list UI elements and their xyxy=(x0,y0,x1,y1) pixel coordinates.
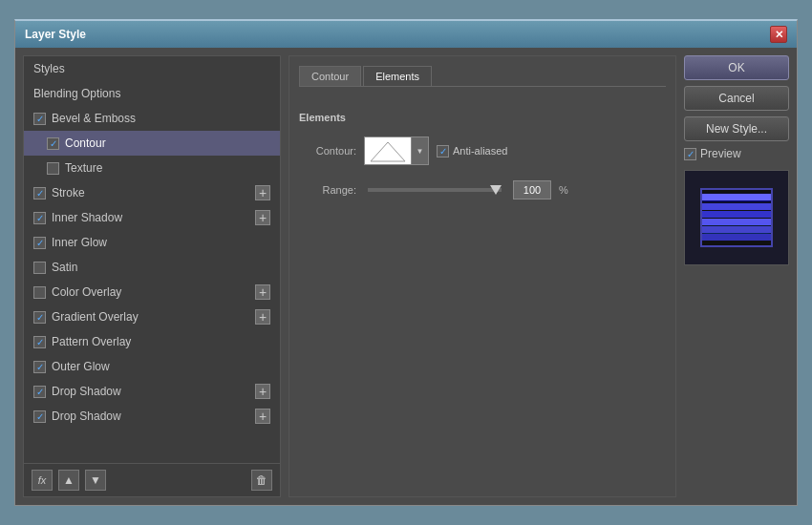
tab-row: Contour Elements xyxy=(299,66,666,87)
preview-label: Preview xyxy=(700,147,741,160)
sidebar-item-satin[interactable]: Satin xyxy=(24,255,280,280)
left-panel: Styles Blending Options Bevel & Emboss C… xyxy=(23,55,281,497)
anti-aliased-checkbox[interactable] xyxy=(437,145,449,158)
contour-svg xyxy=(369,138,407,163)
sidebar-item-pattern-overlay[interactable]: Pattern Overlay xyxy=(24,329,280,354)
range-input[interactable] xyxy=(513,180,551,200)
dialog-title: Layer Style xyxy=(25,28,86,41)
sidebar-item-inner-shadow[interactable]: Inner Shadow + xyxy=(24,205,280,230)
gradient-overlay-label: Gradient Overlay xyxy=(52,310,139,324)
layer-style-dialog: Layer Style ✕ Styles Blending Options Be… xyxy=(14,19,798,506)
ok-button[interactable]: OK xyxy=(684,55,789,80)
contour-dropdown[interactable]: ▼ xyxy=(364,136,429,165)
stroke-label: Stroke xyxy=(52,186,85,200)
contour-field-label: Contour: xyxy=(299,145,356,157)
preview-box xyxy=(684,170,789,265)
sidebar-item-drop-shadow-1[interactable]: Drop Shadow + xyxy=(24,379,280,404)
sidebar-item-color-overlay[interactable]: Color Overlay + xyxy=(24,280,280,304)
sidebar-item-inner-glow[interactable]: Inner Glow xyxy=(24,230,280,255)
preview-content xyxy=(698,184,775,251)
section-title: Elements xyxy=(299,112,666,123)
range-row: Range: % xyxy=(299,180,666,200)
preview-row: Preview xyxy=(684,147,789,160)
range-track[interactable] xyxy=(368,188,502,192)
color-overlay-checkbox[interactable] xyxy=(33,286,46,299)
drop-shadow-2-checkbox[interactable] xyxy=(33,410,46,423)
title-bar: Layer Style ✕ xyxy=(15,21,797,48)
drop-shadow-1-add-button[interactable]: + xyxy=(255,384,270,399)
anti-aliased-row: Anti-aliased xyxy=(437,145,507,158)
sidebar-item-styles[interactable]: Styles xyxy=(24,56,280,81)
contour-checkbox[interactable] xyxy=(47,137,59,150)
right-panel: OK Cancel New Style... Preview xyxy=(684,55,789,497)
styles-label: Styles xyxy=(33,62,65,75)
sidebar-item-bevel[interactable]: Bevel & Emboss xyxy=(24,106,280,131)
gradient-overlay-add-button[interactable]: + xyxy=(255,309,270,325)
color-overlay-add-button[interactable]: + xyxy=(255,284,270,300)
contour-preview xyxy=(364,136,412,165)
sidebar-item-contour[interactable]: Contour xyxy=(24,131,280,156)
color-overlay-label: Color Overlay xyxy=(52,285,121,299)
inner-shadow-add-button[interactable]: + xyxy=(255,210,270,225)
sidebar-item-texture[interactable]: Texture xyxy=(24,156,280,180)
inner-glow-checkbox[interactable] xyxy=(33,237,46,249)
sidebar-item-blending[interactable]: Blending Options xyxy=(24,81,280,106)
new-style-button[interactable]: New Style... xyxy=(684,116,789,141)
pattern-overlay-checkbox[interactable] xyxy=(33,336,46,348)
contour-dropdown-arrow[interactable]: ▼ xyxy=(412,136,429,165)
sidebar-item-gradient-overlay[interactable]: Gradient Overlay + xyxy=(24,304,280,329)
fx-button[interactable]: fx xyxy=(32,470,53,491)
pattern-overlay-label: Pattern Overlay xyxy=(52,335,131,348)
drop-shadow-2-add-button[interactable]: + xyxy=(255,409,270,424)
sidebar-item-drop-shadow-2[interactable]: Drop Shadow + xyxy=(24,404,280,429)
move-down-button[interactable]: ▼ xyxy=(85,470,106,491)
middle-panel: Contour Elements Elements Contour: ▼ xyxy=(288,55,676,497)
drop-shadow-1-label: Drop Shadow xyxy=(52,385,121,398)
texture-checkbox[interactable] xyxy=(47,162,59,175)
bevel-label: Bevel & Emboss xyxy=(52,112,136,125)
close-button[interactable]: ✕ xyxy=(770,26,787,43)
blending-label: Blending Options xyxy=(33,87,120,100)
delete-button[interactable]: 🗑 xyxy=(251,470,272,491)
svg-marker-0 xyxy=(371,142,405,161)
dialog-body: Styles Blending Options Bevel & Emboss C… xyxy=(15,48,797,505)
tab-elements[interactable]: Elements xyxy=(363,66,432,86)
outer-glow-checkbox[interactable] xyxy=(33,361,46,373)
stroke-checkbox[interactable] xyxy=(33,187,46,200)
satin-label: Satin xyxy=(52,261,77,274)
drop-shadow-1-checkbox[interactable] xyxy=(33,386,46,398)
preview-checkbox[interactable] xyxy=(684,148,696,160)
tab-contour[interactable]: Contour xyxy=(299,66,361,86)
stroke-add-button[interactable]: + xyxy=(255,185,270,200)
outer-glow-label: Outer Glow xyxy=(52,360,110,373)
gradient-overlay-checkbox[interactable] xyxy=(33,311,46,324)
bevel-checkbox[interactable] xyxy=(33,113,46,125)
range-label: Range: xyxy=(299,184,356,196)
contour-row: Contour: ▼ Anti-aliased xyxy=(299,136,666,165)
sidebar-item-outer-glow[interactable]: Outer Glow xyxy=(24,354,280,379)
satin-checkbox[interactable] xyxy=(33,262,46,274)
cancel-button[interactable]: Cancel xyxy=(684,86,789,111)
inner-shadow-label: Inner Shadow xyxy=(52,211,122,224)
drop-shadow-2-label: Drop Shadow xyxy=(52,410,121,423)
anti-aliased-label: Anti-aliased xyxy=(453,145,507,157)
range-unit: % xyxy=(559,184,568,196)
sidebar-item-stroke[interactable]: Stroke + xyxy=(24,180,280,205)
range-thumb xyxy=(490,185,502,195)
move-up-button[interactable]: ▲ xyxy=(58,470,79,491)
texture-label: Texture xyxy=(65,161,102,175)
inner-shadow-checkbox[interactable] xyxy=(33,212,46,224)
panel-footer: fx ▲ ▼ 🗑 xyxy=(24,463,280,496)
inner-glow-label: Inner Glow xyxy=(52,236,107,249)
contour-label: Contour xyxy=(65,136,106,150)
